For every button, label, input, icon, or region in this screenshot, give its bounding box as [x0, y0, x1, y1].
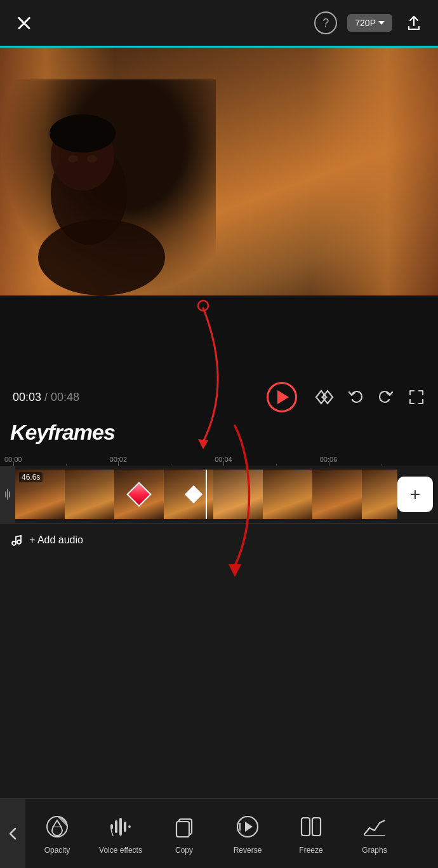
strip-handle-icon [4, 488, 11, 501]
strip-frame-2 [65, 470, 114, 519]
quality-label: 720P [355, 18, 376, 28]
add-audio-button[interactable]: + Add audio [10, 534, 83, 546]
help-icon: ? [322, 17, 329, 30]
opacity-svg [44, 814, 70, 839]
strip-frame-5 [213, 470, 263, 519]
svg-rect-21 [176, 822, 189, 837]
svg-point-3 [50, 114, 116, 153]
play-button[interactable] [267, 382, 297, 412]
strip-frame-7 [312, 470, 362, 519]
help-button[interactable]: ? [314, 11, 337, 34]
keyframes-area: Keyframes [0, 416, 438, 448]
quality-button[interactable]: 720P [347, 14, 392, 32]
dark-section [0, 295, 438, 378]
timeline-section: Keyframes 00:00 00:02 00:04 00:06 [0, 416, 438, 523]
voice-effects-label: Voice effects [99, 846, 142, 855]
svg-rect-26 [312, 818, 321, 836]
add-icon: + [410, 484, 420, 505]
graphs-label: Graphs [362, 846, 387, 855]
fullscreen-button[interactable] [408, 388, 425, 406]
dropdown-arrow-icon [378, 21, 385, 25]
strip-frame-6 [263, 470, 312, 519]
voice-effects-icon [107, 813, 135, 841]
strip-frame-3 [114, 470, 164, 519]
svg-point-5 [87, 155, 97, 163]
toolbar-scroll-left[interactable] [0, 799, 25, 869]
playhead-line [206, 470, 207, 519]
strip-left-handle[interactable] [0, 466, 15, 523]
video-strip-container: 46.6s [0, 466, 438, 523]
ruler-marks: 00:00 00:02 00:04 00:06 [0, 448, 438, 466]
keyframe-red-diamond[interactable] [126, 482, 152, 507]
svg-rect-19 [128, 825, 131, 828]
strip-frame-8 [362, 470, 397, 519]
timeline-controls: 00:03 / 00:48 [0, 378, 438, 416]
chevron-left-icon [8, 826, 18, 841]
keyframes-label: Keyframes [10, 420, 115, 445]
time-current: 00:03 [13, 391, 41, 403]
copy-svg [171, 814, 197, 839]
add-clip-button[interactable]: + [397, 477, 433, 512]
time-separator: / [44, 391, 51, 403]
close-button[interactable] [13, 11, 36, 34]
music-icon [10, 534, 23, 546]
fullscreen-icon [408, 388, 425, 406]
export-icon [405, 14, 423, 32]
export-button[interactable] [402, 11, 425, 34]
freeze-label: Freeze [299, 846, 322, 855]
add-audio-row: + Add audio [0, 523, 438, 556]
toolbar-item-opacity[interactable]: Opacity [25, 799, 89, 868]
toolbar-item-graphs[interactable]: Graphs [343, 799, 406, 868]
copy-label: Copy [175, 846, 193, 855]
app-container: ? 720P [0, 0, 438, 868]
toolbar-item-voice-effects[interactable]: Voice effects [89, 799, 152, 868]
keyframe-button[interactable] [310, 388, 334, 406]
time-display: 00:03 / 00:48 [13, 391, 254, 404]
bottom-toolbar: Opacity Voice effects [0, 798, 438, 868]
undo-icon [347, 388, 364, 406]
reverse-label: Reverse [234, 846, 262, 855]
toolbar-items: Opacity Voice effects [25, 799, 406, 868]
keyframe-white-diamond[interactable] [185, 485, 202, 503]
freeze-svg [298, 814, 324, 839]
person-svg [13, 54, 216, 295]
redo-button[interactable] [377, 388, 395, 406]
time-total: 00:48 [51, 391, 79, 403]
opacity-label: Opacity [44, 846, 70, 855]
toolbar-item-copy[interactable]: Copy [152, 799, 216, 868]
svg-rect-17 [119, 818, 122, 836]
opacity-icon [43, 813, 71, 841]
svg-rect-16 [115, 820, 117, 833]
toolbar-item-freeze[interactable]: Freeze [279, 799, 343, 868]
timeline-ruler: 00:00 00:02 00:04 00:06 [0, 448, 438, 466]
keyframe-icon [310, 388, 334, 406]
curtain-right [311, 48, 438, 295]
svg-point-4 [68, 155, 78, 163]
top-bar: ? 720P [0, 0, 438, 46]
voice-effects-svg [108, 814, 133, 839]
add-audio-label: + Add audio [29, 534, 83, 546]
graphs-svg [362, 814, 387, 839]
svg-rect-25 [302, 818, 310, 836]
play-icon [277, 390, 289, 404]
redo-icon [377, 388, 395, 406]
undo-button[interactable] [347, 388, 364, 406]
video-strip[interactable]: 46.6s [15, 470, 397, 519]
video-preview [0, 48, 438, 295]
playback-controls [267, 382, 425, 412]
graphs-icon [361, 813, 388, 841]
duration-badge: 46.6s [19, 472, 43, 482]
copy-icon [170, 813, 198, 841]
toolbar-item-reverse[interactable]: Reverse [216, 799, 279, 868]
freeze-icon [297, 813, 325, 841]
reverse-svg [235, 814, 260, 839]
svg-rect-18 [124, 822, 126, 832]
svg-marker-23 [245, 822, 253, 832]
reverse-icon [234, 813, 262, 841]
